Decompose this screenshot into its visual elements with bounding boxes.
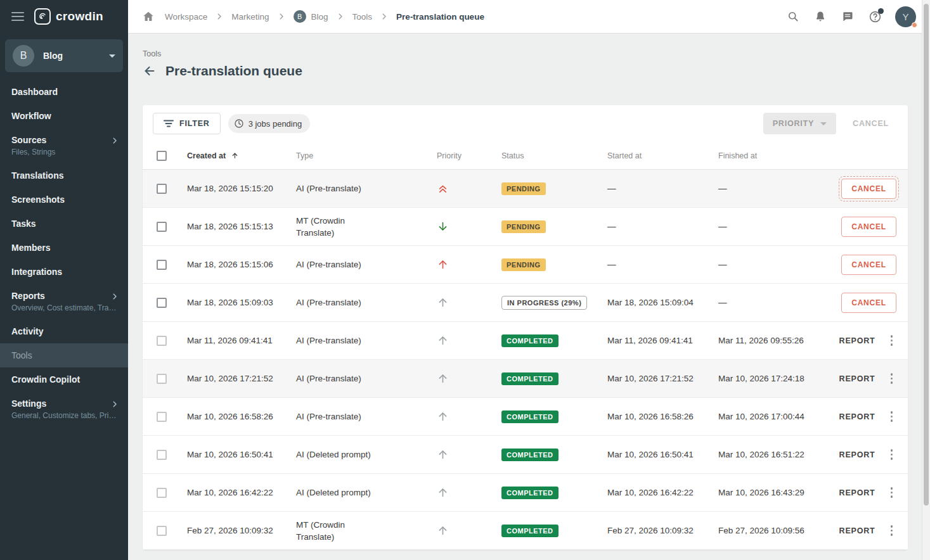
- sidebar-item-activity[interactable]: Activity: [0, 319, 128, 343]
- row-finished-at: —: [718, 298, 820, 307]
- scrollbar-thumb[interactable]: [924, 4, 929, 506]
- report-button[interactable]: REPORT: [838, 409, 877, 425]
- sidebar-item-label: Tasks: [11, 219, 119, 229]
- sidebar-item-crowdin-copilot[interactable]: Crowdin Copilot: [0, 367, 128, 391]
- row-started-at: Mar 10, 2026 16:50:41: [607, 450, 718, 459]
- breadcrumb-item[interactable]: B Blog: [294, 10, 328, 23]
- sidebar-item-dashboard[interactable]: Dashboard: [0, 80, 128, 104]
- row-finished-at: Mar 10, 2026 16:43:29: [718, 488, 820, 497]
- report-button[interactable]: REPORT: [838, 523, 877, 539]
- search-icon[interactable]: [786, 10, 800, 23]
- kebab-menu-icon[interactable]: [887, 523, 897, 538]
- kebab-menu-icon[interactable]: [887, 447, 897, 462]
- column-type[interactable]: Type: [296, 151, 420, 160]
- cancel-button[interactable]: CANCEL: [841, 179, 896, 199]
- row-checkbox[interactable]: [157, 450, 167, 460]
- row-checkbox[interactable]: [157, 222, 167, 232]
- row-checkbox[interactable]: [157, 526, 167, 536]
- table-row[interactable]: Mar 10, 2026 16:58:26 AI (Pre-translate)…: [143, 398, 908, 436]
- breadcrumb-item[interactable]: Tools: [352, 12, 373, 22]
- bell-icon[interactable]: [813, 10, 827, 23]
- priority-button[interactable]: PRIORITY: [763, 113, 836, 134]
- sidebar-item-translations[interactable]: Translations: [0, 163, 128, 188]
- column-status[interactable]: Status: [501, 151, 607, 160]
- user-avatar[interactable]: Y: [895, 6, 916, 27]
- row-checkbox[interactable]: [157, 412, 167, 422]
- column-created-at[interactable]: Created at: [187, 151, 296, 160]
- crowdin-logo[interactable]: crowdin: [34, 8, 103, 25]
- sidebar-item-members[interactable]: Members: [0, 236, 128, 260]
- home-icon[interactable]: [142, 10, 155, 23]
- project-name: Blog: [43, 51, 100, 61]
- project-selector[interactable]: B Blog: [5, 39, 123, 72]
- report-button[interactable]: REPORT: [838, 333, 877, 349]
- breadcrumb-label: Tools: [352, 12, 373, 22]
- row-checkbox[interactable]: [157, 260, 167, 270]
- app-window: crowdin B Blog Dashboard Workflow Source…: [0, 0, 930, 560]
- row-checkbox[interactable]: [157, 184, 167, 194]
- table-row[interactable]: Mar 10, 2026 17:21:52 AI (Pre-translate)…: [143, 360, 908, 398]
- row-type: AI (Pre-translate): [296, 410, 361, 423]
- column-finished-at[interactable]: Finished at: [718, 151, 820, 160]
- report-button[interactable]: REPORT: [838, 371, 877, 387]
- sidebar-item-workflow[interactable]: Workflow: [0, 104, 128, 128]
- sidebar-item-sources[interactable]: Sources Files, Strings: [0, 128, 128, 163]
- cancel-button[interactable]: CANCEL: [841, 255, 896, 275]
- kebab-menu-icon[interactable]: [887, 371, 897, 386]
- chat-icon[interactable]: [841, 10, 855, 23]
- table-row[interactable]: Mar 10, 2026 16:42:22 AI (Deleted prompt…: [143, 474, 908, 512]
- jobs-pending-chip: 3 jobs pending: [228, 114, 311, 133]
- crowdin-logo-icon: [34, 8, 51, 25]
- sidebar-item-settings[interactable]: Settings General, Customize tabs, Priva…: [0, 391, 128, 427]
- row-type: AI (Pre-translate): [296, 296, 361, 309]
- sidebar-item-tasks[interactable]: Tasks: [0, 212, 128, 236]
- cancel-button[interactable]: CANCEL: [841, 217, 896, 237]
- row-checkbox[interactable]: [157, 298, 167, 308]
- sidebar-item-label: Tools: [11, 350, 119, 360]
- priority-lowest-icon: [437, 220, 449, 232]
- section-label: Tools: [143, 49, 908, 58]
- sidebar-item-tools[interactable]: Tools: [0, 343, 128, 367]
- cancel-button[interactable]: CANCEL: [841, 293, 896, 313]
- bulk-cancel-button[interactable]: CANCEL: [844, 119, 898, 128]
- table-row[interactable]: Mar 10, 2026 16:50:41 AI (Deleted prompt…: [143, 436, 908, 474]
- row-started-at: Mar 10, 2026 16:58:26: [607, 412, 718, 421]
- hamburger-menu-icon[interactable]: [11, 12, 24, 21]
- table-row[interactable]: Feb 27, 2026 10:09:32 MT (Crowdin Transl…: [143, 512, 908, 550]
- sidebar-nav: Dashboard Workflow Sources Files, String…: [0, 80, 128, 560]
- sidebar-item-screenshots[interactable]: Screenshots: [0, 188, 128, 212]
- table-row[interactable]: Mar 18, 2026 15:15:20 AI (Pre-translate)…: [143, 170, 908, 208]
- row-started-at: Feb 27, 2026 10:09:32: [607, 526, 718, 535]
- breadcrumb-item[interactable]: Workspace: [165, 12, 207, 22]
- page-title: Pre-translation queue: [165, 63, 302, 79]
- row-started-at: Mar 18, 2026 15:09:04: [607, 298, 718, 307]
- sidebar-item-integrations[interactable]: Integrations: [0, 260, 128, 284]
- sidebar-item-label: Screenshots: [11, 194, 119, 205]
- select-all-checkbox[interactable]: [157, 151, 167, 161]
- help-icon[interactable]: [868, 10, 882, 23]
- table-row[interactable]: Mar 18, 2026 15:15:13 MT (Crowdin Transl…: [143, 208, 908, 246]
- kebab-menu-icon[interactable]: [887, 333, 897, 348]
- kebab-menu-icon[interactable]: [887, 485, 897, 500]
- back-button[interactable]: [143, 64, 157, 78]
- table-row[interactable]: Mar 18, 2026 15:09:03 AI (Pre-translate)…: [143, 284, 908, 322]
- row-started-at: —: [607, 184, 718, 193]
- row-checkbox[interactable]: [157, 488, 167, 498]
- table-row[interactable]: Mar 18, 2026 15:15:06 AI (Pre-translate)…: [143, 246, 908, 284]
- report-button[interactable]: REPORT: [838, 447, 877, 463]
- avatar-status-dot: [912, 22, 917, 28]
- row-checkbox[interactable]: [157, 374, 167, 384]
- kebab-menu-icon[interactable]: [887, 409, 897, 424]
- page-scrollbar: [922, 0, 930, 560]
- table-row[interactable]: Mar 11, 2026 09:41:41 AI (Pre-translate)…: [143, 322, 908, 360]
- column-priority[interactable]: Priority: [420, 151, 501, 160]
- row-checkbox[interactable]: [157, 336, 167, 346]
- row-created-at: Mar 10, 2026 16:58:26: [187, 412, 296, 421]
- sidebar-item-reports[interactable]: Reports Overview, Cost estimate, Transl…: [0, 284, 128, 319]
- breadcrumb-item[interactable]: Marketing: [231, 12, 269, 22]
- breadcrumb-item: Pre-translation queue: [396, 12, 484, 22]
- column-started-at[interactable]: Started at: [607, 151, 718, 160]
- report-button[interactable]: REPORT: [838, 485, 877, 501]
- filter-button[interactable]: FILTER: [153, 113, 221, 134]
- sidebar-item-subtitle: Overview, Cost estimate, Transl…: [11, 303, 118, 312]
